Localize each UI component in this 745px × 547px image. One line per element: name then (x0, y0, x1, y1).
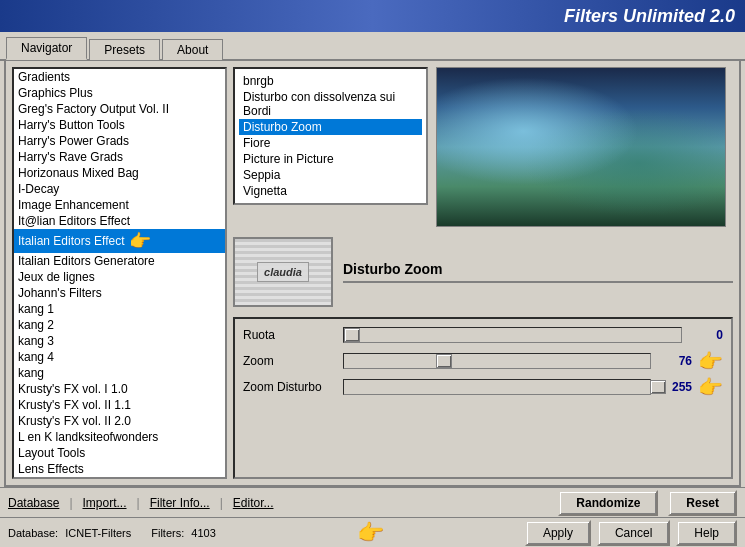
param-slider-zoom[interactable] (343, 353, 651, 369)
filter-item-italian-effect[interactable]: It@lian Editors Effect (14, 213, 225, 229)
tab-about[interactable]: About (162, 39, 223, 60)
action-buttons: Apply Cancel Help (525, 520, 737, 546)
submenu-item-vignetta[interactable]: Vignetta (239, 183, 422, 199)
filter-item-harrys-button[interactable]: Harry's Button Tools (14, 117, 225, 133)
cancel-button[interactable]: Cancel (597, 520, 670, 546)
filter-item-harrys-power[interactable]: Harry's Power Grads (14, 133, 225, 149)
filter-item-lens-effects[interactable]: Lens Effects (14, 461, 225, 477)
help-button[interactable]: Help (676, 520, 737, 546)
param-label-ruota: Ruota (243, 328, 343, 342)
param-row-zoom-disturbo: Zoom Disturbo255👉 (243, 377, 723, 397)
filter-item-krusty1[interactable]: Krusty's FX vol. I 1.0 (14, 381, 225, 397)
filter-list[interactable]: GradientsGraphics PlusGreg's Factory Out… (14, 69, 225, 477)
submenu-item-picture[interactable]: Picture in Picture (239, 151, 422, 167)
param-slider-ruota[interactable] (343, 327, 682, 343)
filters-status: Filters: 4103 (151, 527, 216, 539)
filter-item-krusty2[interactable]: Krusty's FX vol. II 1.1 (14, 397, 225, 413)
param-row-ruota: Ruota0 (243, 325, 723, 345)
submenu-item-seppia[interactable]: Seppia (239, 167, 422, 183)
filter-info-link[interactable]: Filter Info... (150, 496, 210, 510)
filter-item-kang[interactable]: kang (14, 365, 225, 381)
filter-item-gregs-factory[interactable]: Greg's Factory Output Vol. II (14, 101, 225, 117)
filter-item-jeux[interactable]: Jeux de lignes (14, 269, 225, 285)
right-panel: bnrgbDisturbo con dissolvenza sui BordiD… (233, 67, 733, 479)
filter-item-italian-editors[interactable]: Italian Editors Effect👉 (14, 229, 225, 253)
filter-item-gradients[interactable]: Gradients (14, 69, 225, 85)
database-status: Database: ICNET-Filters (8, 527, 131, 539)
param-label-zoom-disturbo: Zoom Disturbo (243, 380, 343, 394)
filter-item-italian-generatore[interactable]: Italian Editors Generatore (14, 253, 225, 269)
thumbnail-logo: claudia (257, 262, 309, 282)
randomize-button[interactable]: Randomize (558, 490, 658, 516)
filter-item-johanns[interactable]: Johann's Filters (14, 285, 225, 301)
import-link[interactable]: Import... (83, 496, 127, 510)
param-hand-icon-zoom-disturbo: 👉 (698, 375, 723, 399)
param-row-zoom: Zoom76👉 (243, 351, 723, 371)
tab-navigator[interactable]: Navigator (6, 37, 87, 60)
hand-icon-italian-editors: 👉 (129, 230, 151, 252)
content-area: GradientsGraphics PlusGreg's Factory Out… (4, 61, 741, 487)
param-value-ruota: 0 (688, 328, 723, 342)
apply-hand-icon: 👉 (357, 520, 384, 546)
filter-item-harrys-rave[interactable]: Harry's Rave Grads (14, 149, 225, 165)
param-slider-zoom-disturbo[interactable] (343, 379, 651, 395)
submenu-item-disturbo-zoom[interactable]: Disturbo Zoom (239, 119, 422, 135)
left-panel: GradientsGraphics PlusGreg's Factory Out… (12, 67, 227, 479)
filter-item-krusty3[interactable]: Krusty's FX vol. II 2.0 (14, 413, 225, 429)
param-label-zoom: Zoom (243, 354, 343, 368)
main-container: Navigator Presets About GradientsGraphic… (0, 32, 745, 547)
editor-link[interactable]: Editor... (233, 496, 274, 510)
status-bar: Database: ICNET-Filters Filters: 4103 👉 … (0, 517, 745, 547)
submenu-item-disturbo-bordi[interactable]: Disturbo con dissolvenza sui Bordi (239, 89, 422, 119)
tab-presets[interactable]: Presets (89, 39, 160, 60)
filter-item-graphics-plus[interactable]: Graphics Plus (14, 85, 225, 101)
filter-item-kang1[interactable]: kang 1 (14, 301, 225, 317)
filter-item-kang2[interactable]: kang 2 (14, 317, 225, 333)
param-value-zoom: 76 (657, 354, 692, 368)
filter-submenu: bnrgbDisturbo con dissolvenza sui BordiD… (233, 67, 428, 205)
title-bar: Filters Unlimited 2.0 (0, 0, 745, 32)
apply-button[interactable]: Apply (525, 520, 591, 546)
param-slider-container-zoom: 76👉 (343, 349, 723, 373)
app-title: Filters Unlimited 2.0 (564, 6, 735, 27)
filter-item-horizonaus[interactable]: Horizonaus Mixed Bag (14, 165, 225, 181)
reset-button[interactable]: Reset (668, 490, 737, 516)
filter-item-i-decay[interactable]: I-Decay (14, 181, 225, 197)
filter-name-display: Disturbo Zoom (343, 261, 733, 277)
preview-image (436, 67, 726, 227)
thumbnail-box: claudia (233, 237, 333, 307)
filter-item-kang3[interactable]: kang 3 (14, 333, 225, 349)
submenu-item-bnrgb[interactable]: bnrgb (239, 73, 422, 89)
params-area: Ruota0Zoom76👉Zoom Disturbo255👉 (233, 317, 733, 479)
param-slider-container-zoom-disturbo: 255👉 (343, 375, 723, 399)
filter-item-layout-tools[interactable]: Layout Tools (14, 445, 225, 461)
submenu-item-fiore[interactable]: Fiore (239, 135, 422, 151)
tab-bar: Navigator Presets About (0, 32, 745, 61)
bottom-bar: Database | Import... | Filter Info... | … (0, 487, 745, 517)
filter-item-image-enhance[interactable]: Image Enhancement (14, 197, 225, 213)
preview-image-inner (437, 68, 725, 226)
filter-item-kang4[interactable]: kang 4 (14, 349, 225, 365)
database-link[interactable]: Database (8, 496, 59, 510)
filter-item-len-k[interactable]: L en K landksiteofwonders (14, 429, 225, 445)
param-hand-icon-zoom: 👉 (698, 349, 723, 373)
param-slider-container-ruota: 0 (343, 327, 723, 343)
